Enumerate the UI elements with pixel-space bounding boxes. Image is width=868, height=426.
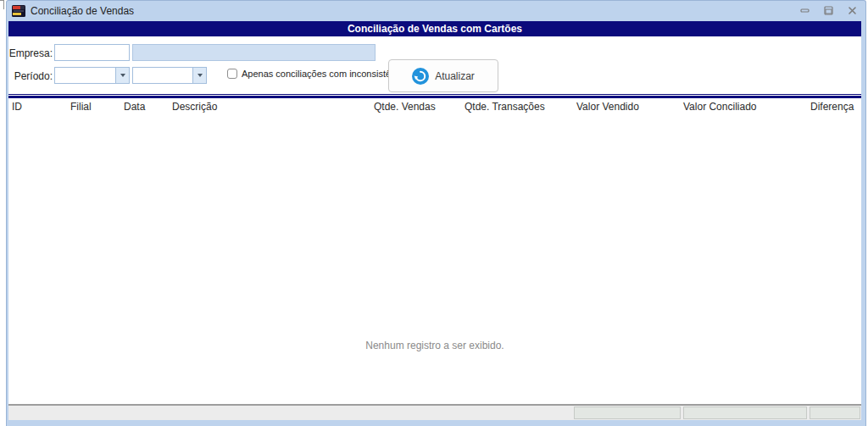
grid-body: Nenhum registro a ser exibido.	[8, 114, 861, 404]
refresh-icon	[412, 68, 429, 85]
empresa-code-input[interactable]	[54, 44, 130, 61]
column-header-qtde-transacoes[interactable]: Qtde. Transações	[465, 101, 545, 113]
empty-state-message: Nenhum registro a ser exibido.	[8, 340, 861, 351]
summary-cell-valor-conciliado	[683, 407, 807, 419]
column-header-filial[interactable]: Filial	[70, 101, 92, 113]
atualizar-button[interactable]: Atualizar	[388, 59, 498, 92]
inconsistencias-checkbox[interactable]: Apenas conciliações com inconsistências	[227, 69, 413, 79]
column-header-valor-vendido[interactable]: Valor Vendido	[576, 101, 639, 113]
summary-cell-valor-vendido	[574, 407, 681, 419]
column-header-descricao[interactable]: Descrição	[172, 101, 217, 113]
client-area: Conciliação de Vendas com Cartões Empres…	[8, 21, 861, 420]
periodo-end-combobox[interactable]	[132, 67, 207, 84]
chevron-down-icon[interactable]	[192, 68, 206, 83]
chevron-down-icon[interactable]	[115, 68, 129, 83]
maximize-icon[interactable]	[822, 4, 835, 17]
inconsistencias-checkbox-label: Apenas conciliações com inconsistências	[242, 69, 413, 79]
periodo-label: Período:	[8, 70, 53, 82]
column-header-data[interactable]: Data	[124, 101, 145, 113]
app-window: Conciliação de Vendas Conciliação de Ven…	[6, 0, 866, 426]
app-logo-icon	[12, 4, 25, 18]
filter-panel: Empresa: Período: Apenas conciliações co…	[8, 36, 861, 94]
periodo-end-value	[133, 68, 192, 83]
divider	[8, 94, 861, 95]
empresa-label: Empresa:	[8, 47, 53, 59]
window-title: Conciliação de Vendas	[31, 5, 134, 17]
background-window-edge	[3, 0, 4, 9]
column-header-qtde-vendas[interactable]: Qtde. Vendas	[374, 101, 436, 113]
close-icon[interactable]	[846, 4, 859, 17]
page-title: Conciliação de Vendas com Cartões	[8, 21, 861, 36]
periodo-start-value	[55, 68, 115, 83]
titlebar[interactable]: Conciliação de Vendas	[7, 1, 865, 21]
checkbox-icon[interactable]	[227, 69, 237, 79]
empresa-name-field	[132, 44, 376, 61]
background-window-edge	[0, 0, 4, 1]
column-header-valor-conciliado[interactable]: Valor Conciliado	[683, 101, 757, 113]
atualizar-button-label: Atualizar	[435, 70, 475, 82]
grid-summary-footer	[8, 404, 861, 420]
screen: Conciliação de Vendas Conciliação de Ven…	[0, 0, 868, 426]
column-header-id[interactable]: ID	[12, 101, 22, 113]
periodo-start-combobox[interactable]	[54, 67, 130, 84]
column-header-diferenca[interactable]: Diferença	[810, 101, 854, 113]
minimize-icon[interactable]	[798, 4, 811, 17]
summary-cell-diferenca	[810, 407, 860, 419]
grid-header-row: ID Filial Data Descrição Qtde. Vendas Qt…	[8, 98, 861, 114]
